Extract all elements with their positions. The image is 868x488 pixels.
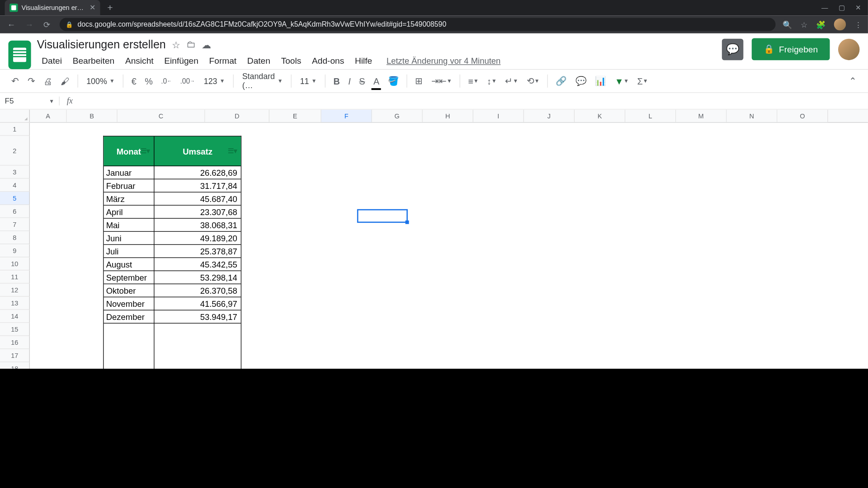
column-header[interactable]: G [372,110,423,122]
insert-chart-button[interactable]: 📊 [592,73,609,89]
zoom-dropdown[interactable]: 100%▼ [83,74,118,88]
table-header-monat[interactable]: Monat ☰▾ [104,136,154,166]
horizontal-align-button[interactable]: ≡▼ [465,74,482,89]
row-header[interactable]: 18 [0,362,30,369]
row-header[interactable]: 8 [0,231,30,244]
column-header[interactable]: B [67,110,118,122]
menu-add-ons[interactable]: Add-ons [307,54,349,68]
url-bar[interactable]: 🔒 docs.google.com/spreadsheets/d/16sZAG8… [60,18,776,31]
decrease-decimal-button[interactable]: .0← [158,75,175,88]
row-header[interactable]: 7 [0,218,30,231]
table-header-umsatz[interactable]: Umsatz ☰▾ [155,136,241,166]
row-header[interactable]: 6 [0,205,30,218]
column-header[interactable]: M [676,110,726,122]
column-header[interactable]: H [423,110,473,122]
name-box[interactable]: F5 ▼ [0,97,60,106]
cloud-status-icon[interactable]: ☁ [202,39,211,50]
column-header[interactable]: A [30,110,67,122]
table-cell-month[interactable]: Dezember [104,310,154,324]
vertical-align-button[interactable]: ↕▼ [484,74,500,89]
menu-ansicht[interactable]: Ansicht [120,54,158,68]
merge-cells-button[interactable]: ⇥⇤▼ [428,73,455,89]
functions-button[interactable]: Σ▼ [634,74,651,89]
collapse-toolbar-button[interactable]: ⌃ [846,73,859,89]
column-header[interactable]: C [118,110,205,122]
strikethrough-button[interactable]: S [356,74,368,89]
column-header[interactable]: F [321,110,372,122]
table-cell-value[interactable]: 31.717,84 [155,179,241,192]
column-header[interactable]: J [524,110,575,122]
name-box-dropdown-icon[interactable]: ▼ [49,98,54,104]
text-color-button[interactable]: A [370,74,382,89]
row-header[interactable]: 9 [0,244,30,258]
currency-button[interactable]: € [128,74,139,89]
column-header[interactable]: E [269,110,321,122]
menu-hilfe[interactable]: Hilfe [350,54,377,68]
select-all-corner[interactable] [0,110,30,122]
new-tab-button[interactable]: + [107,2,113,13]
row-header[interactable]: 14 [0,310,30,323]
italic-button[interactable]: I [345,74,354,89]
filter-icon[interactable]: ☰▾ [141,147,150,155]
minimize-icon[interactable]: — [821,4,828,12]
font-dropdown[interactable]: Standard (…▼ [239,70,286,92]
comments-button[interactable]: 💬 [722,38,743,60]
maximize-icon[interactable]: ▢ [839,4,844,12]
row-header[interactable]: 1 [0,123,30,136]
table-row[interactable]: Mai38.068,31 [104,219,241,232]
filter-icon[interactable]: ☰▾ [228,147,237,155]
table-cell-month[interactable]: Juni [104,232,154,245]
table-cell-value[interactable]: 23.307,68 [155,206,241,219]
more-formats-dropdown[interactable]: 123▼ [200,74,229,88]
column-header[interactable]: L [625,110,676,122]
text-wrap-button[interactable]: ↵▼ [502,73,521,89]
table-cell-value[interactable]: 26.370,58 [155,284,241,297]
row-header[interactable]: 3 [0,166,30,179]
menu-bearbeiten[interactable]: Bearbeiten [68,54,119,68]
insert-comment-button[interactable]: 💬 [572,73,590,89]
forward-button[interactable]: → [24,20,35,29]
row-header[interactable]: 11 [0,271,30,284]
extensions-icon[interactable]: 🧩 [816,20,826,29]
zoom-icon[interactable]: 🔍 [783,20,792,29]
spreadsheet-grid[interactable]: ABCDEFGHIJKLMNO 123456789101112131415161… [0,110,868,369]
row-header[interactable]: 13 [0,297,30,310]
print-button[interactable]: 🖨 [41,74,56,89]
column-header[interactable]: O [777,110,828,122]
table-row[interactable]: November41.566,97 [104,297,241,310]
cells-area[interactable]: Monat ☰▾ Umsatz ☰▾ Januar26.628,69Februa… [30,123,868,369]
table-row[interactable]: Juni49.189,20 [104,232,241,245]
row-header[interactable]: 2 [0,136,30,166]
column-header[interactable]: D [205,110,269,122]
table-row[interactable]: März45.687,40 [104,192,241,206]
row-header[interactable]: 17 [0,349,30,362]
column-header[interactable]: N [726,110,777,122]
row-header[interactable]: 12 [0,284,30,297]
table-row[interactable]: September53.298,14 [104,271,241,284]
row-header[interactable]: 4 [0,179,30,192]
table-row[interactable]: Februar31.717,84 [104,179,241,192]
account-avatar[interactable] [838,38,859,60]
table-row[interactable]: Dezember53.949,17 [104,310,241,324]
redo-button[interactable]: ↷ [24,73,38,89]
table-row[interactable]: Juli25.378,87 [104,245,241,258]
table-cell-value[interactable]: 26.628,69 [155,166,241,179]
browser-tab[interactable]: Visualisierungen erstellen - Goo… ✕ [5,0,100,15]
table-cell-month[interactable]: Juli [104,245,154,258]
table-cell-month[interactable]: Januar [104,166,154,179]
row-header[interactable]: 16 [0,336,30,349]
percent-button[interactable]: % [142,74,156,89]
table-cell-value[interactable]: 41.566,97 [155,297,241,310]
table-cell-month[interactable]: Februar [104,179,154,192]
reload-button[interactable]: ⟳ [42,20,52,29]
close-tab-icon[interactable]: ✕ [90,4,95,12]
column-header[interactable]: K [575,110,625,122]
row-header[interactable]: 10 [0,258,30,271]
borders-button[interactable]: ⊞ [412,73,426,89]
table-cell-value[interactable]: 53.949,17 [155,310,241,324]
undo-button[interactable]: ↶ [8,73,22,89]
text-rotation-button[interactable]: ⟲▼ [524,73,542,89]
table-cell-month[interactable]: Mai [104,219,154,232]
back-button[interactable]: ← [6,20,17,29]
menu-format[interactable]: Format [204,54,241,68]
